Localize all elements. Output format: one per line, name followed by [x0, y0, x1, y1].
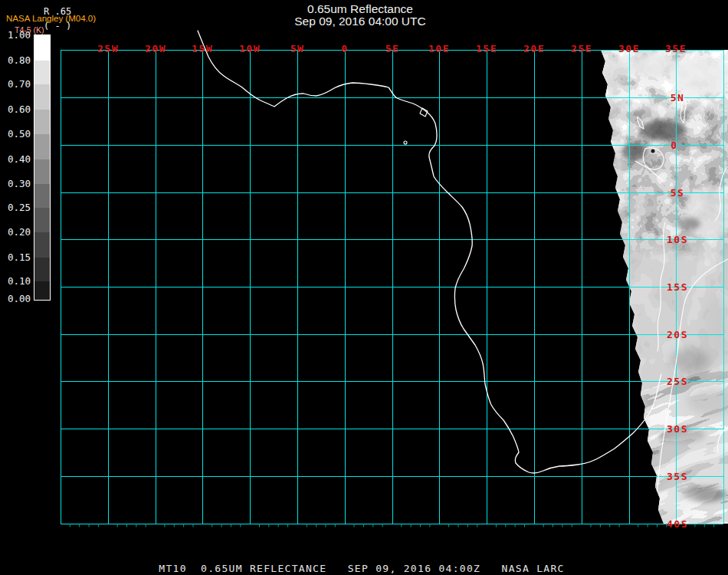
satellite-swath-imagery [516, 46, 728, 575]
diff-label: ( - ) [44, 21, 71, 31]
lon-label: 10E [428, 43, 450, 54]
colorbar-tick: 0.30 [8, 178, 31, 189]
satellite-quicklook-screen: 25W 20W 15W 10W 5W 0 5E 10E 15E 20E 25E … [0, 0, 728, 575]
colorbar-tick: 0.50 [8, 128, 31, 140]
lat-label: 5S [671, 187, 685, 199]
lon-label: 10W [239, 43, 261, 54]
lat-label: 5N [671, 92, 685, 104]
lat-label: 40S [667, 518, 688, 530]
lon-label: 5E [385, 43, 400, 54]
map-canvas: 25W 20W 15W 10W 5W 0 5E 10E 15E 20E 25E … [0, 0, 728, 575]
lat-label: 35S [667, 471, 688, 482]
colorbar-segment [34, 61, 50, 84]
lat-label: 25S [667, 376, 688, 387]
lon-label: 25E [571, 43, 592, 54]
lat-label: 10S [667, 234, 688, 245]
plot-title: 0.65um Reflectance Sep 09, 2016 04:00 UT… [294, 2, 425, 28]
longitude-labels: 25W 20W 15W 10W 5W 0 5E 10E 15E 20E 25E … [97, 43, 687, 54]
lat-label: 15S [667, 281, 688, 293]
colorbar-segment [34, 35, 50, 61]
colorbar-segment [34, 232, 50, 258]
colorbar-segment [34, 84, 50, 110]
title-line1: 0.65um Reflectance [307, 2, 413, 15]
colorbar-tick: 0.25 [8, 202, 31, 213]
footer-caption: MT10 0.65UM REFLECTANCE SEP 09, 2016 04:… [159, 563, 564, 574]
colorbar-segment [34, 134, 50, 159]
colorbar-tick: 0.15 [8, 251, 31, 263]
lon-label: 30E [618, 43, 640, 54]
colorbar-tick: 0.00 [8, 293, 31, 304]
lon-label: 5W [290, 43, 305, 54]
colorbar-segment [34, 184, 50, 208]
lon-label: 25W [97, 43, 119, 54]
temp-label: T4-5 (K) [15, 25, 44, 34]
lon-label: 15E [476, 43, 497, 54]
header-labels: R .65 NASA Langley (M04.0) ( - ) T4-5 (K… [6, 6, 96, 34]
lon-label: 20W [145, 43, 166, 54]
colorbar-tick-labels: 1.00 0.80 0.70 0.60 0.50 0.40 0.30 0.25 … [8, 29, 31, 304]
colorbar-tick: 0.40 [8, 153, 31, 165]
colorbar-segment [34, 281, 50, 300]
lat-label: 0 [671, 140, 677, 151]
graticule-minor-ticks [70, 524, 713, 527]
colorbar-tick: 0.70 [8, 78, 31, 90]
title-line2: Sep 09, 2016 04:00 UTC [294, 15, 425, 28]
lon-label: 15W [192, 43, 213, 54]
colorbar-segment [34, 110, 50, 134]
colorbar-tick: 0.80 [8, 54, 31, 66]
colorbar-segment [34, 208, 50, 232]
lake-victoria-dark-spot [651, 150, 655, 153]
lat-label: 30S [667, 423, 688, 435]
lon-label: 35E [665, 43, 687, 54]
colorbar-tick: 0.10 [8, 275, 31, 287]
colorbar-tick: 0.60 [8, 104, 31, 115]
colorbar-tick: 0.20 [8, 226, 31, 238]
colorbar-segment [34, 258, 50, 281]
colorbar-segment [34, 159, 50, 184]
lon-label: 20E [523, 43, 545, 54]
island-sao-tome [404, 141, 407, 144]
reflectance-colorbar: 1.00 0.80 0.70 0.60 0.50 0.40 0.30 0.25 … [8, 29, 51, 304]
lon-label: 0 [341, 43, 348, 54]
lat-label: 20S [667, 329, 688, 340]
